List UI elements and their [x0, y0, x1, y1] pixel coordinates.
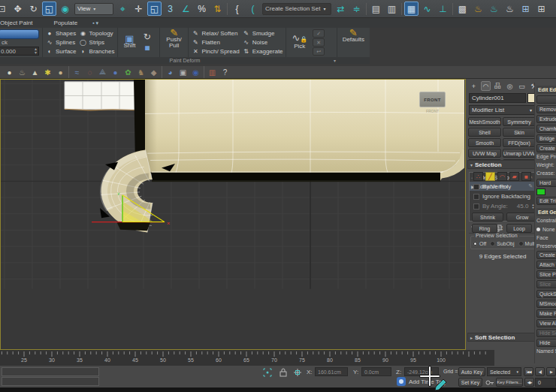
keyboard-override-icon[interactable]: (: [246, 2, 260, 16]
scene-explorer-icon[interactable]: ▥: [385, 2, 399, 16]
help-icon[interactable]: ?: [219, 67, 231, 77]
align-icon[interactable]: ≑: [349, 2, 364, 16]
right-column-item[interactable]: Edit Edges: [536, 86, 556, 94]
render-cloud-icon[interactable]: ⊞: [518, 2, 533, 16]
plane-constraint-icon[interactable]: ■: [141, 44, 153, 53]
select-scale-icon[interactable]: ◱: [42, 2, 56, 16]
right-column-item[interactable]: Attach: [536, 261, 556, 269]
loop-button[interactable]: Loop: [506, 224, 532, 233]
key-step-icons[interactable]: ◀▶: [524, 378, 534, 387]
render-setup-icon[interactable]: ♨: [471, 2, 485, 16]
modifier-button[interactable]: Symmetry: [503, 117, 536, 126]
right-column-item[interactable]: View Align: [536, 319, 556, 327]
revert-icon[interactable]: ↩: [313, 47, 325, 56]
ribbon-toggle-icon[interactable]: ▦: [404, 2, 419, 16]
right-column-item[interactable]: Face: [536, 234, 556, 241]
isolate-selection-icon[interactable]: [263, 368, 272, 377]
building-icon[interactable]: ▥: [206, 67, 219, 77]
modifier-button[interactable]: Shell: [468, 128, 501, 137]
polygon-subobject-icon[interactable]: ▰: [509, 172, 519, 181]
tab-modify[interactable]: ◠: [481, 81, 491, 91]
previous-frame-button[interactable]: ◀||: [535, 367, 545, 376]
ring-button[interactable]: Ring: [472, 224, 497, 233]
billboard-icon[interactable]: ▣: [177, 67, 189, 77]
select-object-icon[interactable]: ⊡: [0, 2, 9, 16]
tool-topology[interactable]: ◉Topology: [80, 29, 115, 38]
absolute-mode-transform-icon[interactable]: [293, 368, 302, 377]
time-tag-icon[interactable]: [397, 377, 406, 386]
percent-snap-icon[interactable]: %: [195, 2, 209, 16]
modifier-button[interactable]: FFD(box): [503, 138, 536, 147]
tab-object-paint[interactable]: Object Paint: [0, 20, 44, 26]
commit-icon[interactable]: ✓: [313, 29, 325, 38]
maxscript-mini-listener-line1[interactable]: [2, 367, 99, 376]
element-subobject-icon[interactable]: ■: [521, 172, 531, 181]
shift-button[interactable]: ▣ Shift: [121, 35, 137, 50]
waves-icon[interactable]: ≈: [71, 67, 83, 77]
reference-coordinate-dropdown[interactable]: View▾: [74, 3, 113, 15]
select-rotate-icon[interactable]: ↻: [26, 2, 41, 16]
spinner-snap-icon[interactable]: ⇅: [210, 2, 225, 16]
render-grid-icon[interactable]: ⊞: [534, 2, 548, 16]
tool-strips[interactable]: ◯Strips: [80, 38, 115, 47]
y-coordinate-field[interactable]: 0.0cm: [361, 367, 391, 376]
geosphere-icon[interactable]: ●: [54, 67, 67, 77]
viewcube[interactable]: FRONT: [419, 92, 446, 107]
z-coordinate-field[interactable]: -249.12cm: [404, 367, 439, 376]
right-column-item[interactable]: Remove: [536, 105, 556, 113]
selected-dropdown[interactable]: Selected▾: [487, 367, 521, 376]
tab-hierarchy[interactable]: 品: [493, 81, 503, 91]
modifier-button[interactable]: Smooth: [468, 138, 501, 147]
right-column-item[interactable]: MSmooth: [536, 300, 556, 308]
foliage-icon[interactable]: ✿: [122, 67, 134, 77]
modifier-button[interactable]: MeshSmooth: [468, 117, 501, 126]
partial-spinner-field[interactable]: 0.000▴▾: [0, 47, 39, 56]
teapot-icon[interactable]: ♨: [16, 67, 29, 77]
set-key-button[interactable]: Set Key: [458, 378, 482, 387]
tab-create[interactable]: +: [469, 81, 479, 91]
pick-button[interactable]: ∿🔒 Pick: [289, 35, 310, 50]
snaps-crosshair-icon[interactable]: ✛: [131, 2, 146, 16]
modifier-button[interactable]: UVW Map: [468, 149, 501, 158]
defaults-button[interactable]: ✎ Defaults: [340, 29, 367, 44]
tool-surface[interactable]: ◐Surface: [46, 47, 77, 56]
rotate-constraint-icon[interactable]: ↻: [141, 32, 153, 42]
render-production-icon[interactable]: ♨: [503, 2, 517, 16]
select-move-icon[interactable]: ✥: [11, 2, 25, 16]
tool-exaggerate[interactable]: ⇅Exaggerate: [243, 47, 283, 56]
soft-selection-header[interactable]: ▸ Soft Selection: [467, 333, 538, 342]
create-selection-set-combo[interactable]: Create Selection Set▾: [262, 3, 331, 15]
cancel-icon[interactable]: ✕: [313, 38, 325, 47]
rendered-frame-icon[interactable]: ♨: [487, 2, 501, 16]
paint-button-partial[interactable]: [0, 29, 39, 39]
right-column-item[interactable]: None: [536, 226, 556, 233]
key-mode-icon[interactable]: [485, 378, 494, 387]
grow-button[interactable]: Grow: [506, 213, 538, 222]
right-column-item[interactable]: Create Shape: [536, 144, 556, 152]
maxscript-mini-listener-line2[interactable]: [2, 377, 99, 386]
tool-branches[interactable]: ◗Branches: [80, 47, 115, 56]
tab-display[interactable]: ▭: [517, 81, 527, 91]
modifier-button[interactable]: Skin: [503, 128, 536, 137]
right-column-item[interactable]: Crease:: [536, 170, 556, 177]
edit-named-sets-icon[interactable]: {: [230, 2, 244, 16]
x-coordinate-field[interactable]: 160.61cm: [315, 367, 348, 376]
right-column-item[interactable]: Constraints: [536, 218, 556, 225]
lattice-icon[interactable]: ⟁: [96, 67, 109, 77]
right-column-item[interactable]: Hard: [536, 179, 556, 187]
right-column-item[interactable]: Bridge: [536, 134, 556, 143]
sphere-shadow-icon[interactable]: ◉: [189, 67, 202, 77]
right-column-item[interactable]: Edit Tri: [536, 197, 556, 205]
by-angle-checkbox[interactable]: By Angle: 45.0 ▲▼: [473, 202, 538, 210]
shrink-button[interactable]: Shrink: [472, 213, 503, 222]
tool-pinch-spread[interactable]: ✕Pinch/ Spread: [192, 47, 239, 56]
vertex-subobject-icon[interactable]: ∴: [473, 172, 483, 181]
right-column-item[interactable]: QuickSlice: [536, 290, 556, 298]
right-column-item[interactable]: Named Sel:: [536, 348, 556, 355]
right-column-item[interactable]: Extrude: [536, 115, 556, 123]
selection-rollout-header[interactable]: ▾ Selection: [467, 160, 538, 169]
edge-subobject-icon[interactable]: ╱: [485, 172, 495, 181]
curve-editor-icon[interactable]: ∿: [420, 2, 434, 16]
right-column-item[interactable]: Edge Properties: [536, 154, 556, 161]
sphere-shaded-icon[interactable]: ◕: [164, 67, 177, 77]
